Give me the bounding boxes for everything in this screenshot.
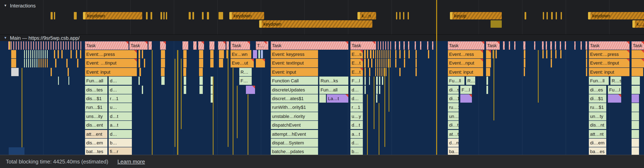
flame-sliver[interactable]	[486, 50, 491, 58]
flame-sliver[interactable]	[376, 77, 378, 85]
flame-bar[interactable]: Function Call	[271, 77, 318, 85]
flame-bar[interactable]: r…1	[109, 94, 132, 103]
interaction-tick[interactable]	[150, 12, 152, 19]
flame-bar[interactable]: Task	[448, 41, 484, 49]
interaction-event-bar[interactable]: keydown	[259, 20, 372, 28]
flame-sliver[interactable]	[375, 50, 392, 58]
flame-sliver[interactable]	[420, 41, 421, 49]
interaction-tick[interactable]	[543, 12, 544, 19]
flame-sliver[interactable]	[373, 50, 374, 58]
interaction-tick[interactable]	[146, 12, 148, 19]
flame-bar[interactable]: b…	[350, 148, 363, 155]
flame-sliver[interactable]	[395, 59, 396, 67]
interaction-tick[interactable]	[490, 20, 502, 28]
interaction-event-bar[interactable]: k…p	[632, 20, 644, 28]
flame-sliver[interactable]	[148, 41, 152, 49]
flame-sliver[interactable]	[183, 59, 186, 67]
interaction-tick[interactable]	[546, 12, 548, 19]
interaction-tick[interactable]	[524, 12, 526, 19]
flame-bar[interactable]: attempt…hEvent	[271, 130, 318, 138]
flame-sliver[interactable]	[77, 59, 78, 67]
flame-sliver[interactable]	[38, 59, 49, 67]
flame-bar[interactable]: batche…pdates	[271, 148, 318, 155]
flame-bar[interactable]: att…ent	[85, 130, 108, 138]
flame-sliver[interactable]	[54, 50, 55, 58]
flame-sliver[interactable]	[632, 85, 640, 94]
flame-bar[interactable]: Event: textInput	[271, 59, 318, 67]
interaction-tick[interactable]	[207, 12, 209, 19]
flame-sliver[interactable]	[546, 41, 547, 49]
flame-sliver[interactable]	[494, 50, 494, 120]
flame-sliver[interactable]	[199, 59, 203, 67]
flame-sliver[interactable]	[200, 85, 203, 94]
flame-sliver[interactable]	[632, 112, 639, 120]
flame-bar[interactable]: Run…ks	[319, 77, 348, 85]
flame-sliver[interactable]	[551, 50, 552, 58]
flame-sliver[interactable]	[546, 50, 548, 58]
flame-bar[interactable]: dis…tes	[85, 85, 108, 94]
flame-sliver[interactable]	[210, 50, 214, 58]
flame-sliver[interactable]	[199, 50, 203, 58]
flame-sliver[interactable]	[460, 94, 472, 103]
flame-sliver[interactable]	[382, 77, 383, 85]
flame-sliver[interactable]	[198, 41, 204, 49]
flame-sliver[interactable]	[486, 68, 490, 76]
flame-sliver[interactable]	[219, 50, 224, 58]
flame-bar[interactable]: R…s	[466, 77, 475, 85]
flame-bar[interactable]: uns…ity	[85, 112, 108, 120]
flame-sliver[interactable]	[142, 85, 143, 94]
collapse-triangle-icon[interactable]: ▼	[4, 36, 7, 40]
flame-bar[interactable]: d…t	[109, 112, 132, 120]
flame-bar[interactable]: un…y	[448, 112, 459, 120]
flame-bar[interactable]: a…t	[109, 121, 132, 129]
flame-bar[interactable]: at…t	[448, 130, 459, 138]
flame-bar[interactable]: discreteUpdates	[271, 85, 318, 94]
flame-sliver[interactable]	[161, 77, 165, 85]
flame-bar[interactable]: Task	[85, 41, 128, 49]
flame-sliver[interactable]	[138, 50, 140, 58]
flame-sliver[interactable]	[219, 59, 223, 67]
flame-bar[interactable]: discret…ates$1	[271, 94, 318, 103]
flame-sliver[interactable]	[370, 50, 372, 58]
flame-sliver[interactable]	[416, 50, 417, 58]
flame-sliver[interactable]	[267, 41, 268, 49]
flame-sliver[interactable]	[416, 59, 417, 67]
flame-bar[interactable]: Event: input	[85, 68, 137, 76]
flame-sliver[interactable]	[632, 121, 639, 129]
flame-sliver[interactable]	[233, 68, 234, 155]
flame-bar[interactable]: dis…ent	[85, 121, 108, 129]
flame-sliver[interactable]	[237, 85, 238, 138]
interaction-tick[interactable]	[54, 12, 55, 19]
flame-sliver[interactable]	[58, 50, 59, 58]
flame-sliver[interactable]	[61, 50, 62, 58]
flame-sliver[interactable]	[376, 94, 377, 103]
flame-sliver[interactable]	[68, 68, 69, 76]
flame-sliver[interactable]	[503, 41, 505, 49]
flame-bar[interactable]: bat…tes	[85, 148, 108, 155]
flame-bar[interactable]: Event: input	[589, 68, 630, 76]
flame-sliver[interactable]	[218, 41, 226, 49]
flame-sliver[interactable]	[138, 77, 140, 85]
flame-bar[interactable]: di…t	[448, 121, 459, 129]
flame-sliver[interactable]	[76, 50, 77, 58]
flame-bar[interactable]: Task	[632, 41, 644, 49]
flame-sliver[interactable]	[523, 41, 526, 49]
flame-bar[interactable]: u…y	[350, 112, 363, 120]
flame-sliver[interactable]	[408, 50, 410, 58]
flame-sliver[interactable]	[415, 41, 416, 49]
flame-bar[interactable]: att…nt	[589, 130, 606, 138]
flame-bar[interactable]: di…1	[448, 94, 459, 103]
flame-sliver[interactable]	[486, 77, 488, 85]
flame-sliver[interactable]	[258, 50, 260, 58]
flame-sliver[interactable]	[210, 59, 214, 67]
flame-bar[interactable]: F…l	[460, 85, 472, 94]
flame-bar[interactable]: fi…r	[109, 148, 132, 155]
flame-bar[interactable]: F…	[239, 77, 252, 85]
flame-bar[interactable]: d…t	[350, 121, 363, 129]
flame-bar[interactable]: Event:…press	[85, 50, 137, 58]
flame-sliver[interactable]	[632, 130, 639, 138]
flame-bar[interactable]: Eve…ut	[230, 59, 254, 67]
flame-sliver[interactable]	[199, 68, 203, 76]
flame-sliver[interactable]	[560, 41, 561, 49]
flame-bar[interactable]: runWith…ority$1	[271, 103, 318, 112]
